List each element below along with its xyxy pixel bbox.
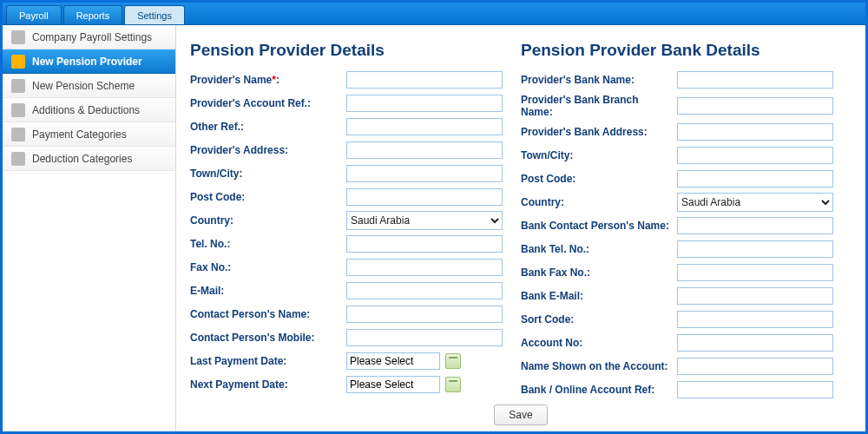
postcode-input[interactable] bbox=[346, 188, 503, 206]
account-ref-input[interactable] bbox=[346, 95, 503, 112]
label-email: E-Mail: bbox=[190, 285, 346, 297]
sidebar-item-label: New Pension Provider bbox=[32, 56, 142, 68]
label-fax: Fax No.: bbox=[190, 261, 346, 273]
label-country: Country: bbox=[190, 214, 346, 227]
sidebar-item-label: New Pension Scheme bbox=[32, 80, 135, 92]
label-provider-address: Provider's Address: bbox=[190, 144, 346, 156]
label-bank-country: Country: bbox=[521, 196, 677, 208]
heading-bank-details: Pension Provider Bank Details bbox=[521, 41, 838, 60]
label-bank-tel: Bank Tel. No.: bbox=[521, 243, 677, 255]
form-columns: Pension Provider Details Provider's Name… bbox=[190, 36, 852, 427]
additions-icon bbox=[11, 103, 25, 117]
label-bank-contact-name: Bank Contact Person's Name: bbox=[521, 220, 677, 232]
account-no-input[interactable] bbox=[677, 334, 833, 352]
sidebar-item-payment-categories[interactable]: Payment Categories bbox=[3, 122, 175, 147]
bank-postcode-input[interactable] bbox=[677, 170, 833, 187]
tel-input[interactable] bbox=[346, 235, 503, 253]
provider-icon bbox=[11, 55, 25, 69]
label-town: Town/City: bbox=[190, 168, 346, 180]
label-bank-email: Bank E-Mail: bbox=[521, 290, 677, 302]
branch-name-input[interactable] bbox=[677, 97, 833, 115]
label-next-payment: Next Payment Date: bbox=[190, 378, 346, 391]
app-window: Payroll Reports Settings Company Payroll… bbox=[0, 0, 868, 434]
other-ref-input[interactable] bbox=[346, 118, 503, 135]
sidebar-item-label: Additions & Deductions bbox=[32, 104, 140, 116]
bank-country-select[interactable]: Saudi Arabia bbox=[677, 193, 833, 212]
bank-email-input[interactable] bbox=[677, 287, 833, 305]
online-ref-input[interactable] bbox=[677, 381, 833, 398]
main-content: Pension Provider Details Provider's Name… bbox=[176, 25, 865, 431]
col-bank-details: Pension Provider Bank Details Provider's… bbox=[521, 36, 852, 427]
label-account-ref: Provider's Account Ref.: bbox=[190, 97, 346, 109]
sidebar: Company Payroll Settings New Pension Pro… bbox=[3, 25, 176, 431]
label-bank-address: Provider's Bank Address: bbox=[521, 126, 677, 138]
bank-name-input[interactable] bbox=[677, 71, 833, 89]
label-bank-name: Provider's Bank Name: bbox=[521, 74, 677, 86]
contact-name-input[interactable] bbox=[346, 306, 503, 323]
tab-settings[interactable]: Settings bbox=[124, 5, 185, 24]
label-last-payment: Last Payment Date: bbox=[190, 355, 346, 367]
country-select[interactable]: Saudi Arabia bbox=[346, 211, 503, 230]
col-provider-details: Pension Provider Details Provider's Name… bbox=[190, 36, 521, 427]
payment-icon bbox=[11, 128, 25, 141]
next-payment-date-input[interactable] bbox=[346, 376, 440, 393]
heading-provider-details: Pension Provider Details bbox=[190, 41, 507, 60]
deduction-icon bbox=[11, 152, 25, 166]
bank-tel-input[interactable] bbox=[677, 240, 833, 258]
label-bank-postcode: Post Code: bbox=[521, 173, 677, 185]
bank-town-input[interactable] bbox=[677, 147, 833, 164]
label-account-no: Account No: bbox=[521, 337, 677, 349]
sidebar-item-company-payroll-settings[interactable]: Company Payroll Settings bbox=[3, 25, 175, 49]
fax-input[interactable] bbox=[346, 259, 503, 276]
bank-fax-input[interactable] bbox=[677, 264, 833, 281]
save-button[interactable]: Save bbox=[494, 404, 547, 425]
label-provider-name: Provider's Name bbox=[190, 74, 272, 86]
tab-payroll[interactable]: Payroll bbox=[6, 5, 62, 24]
label-online-ref: Bank / Online Account Ref: bbox=[521, 384, 677, 396]
footer: Save bbox=[176, 398, 865, 431]
name-on-account-input[interactable] bbox=[677, 358, 833, 375]
calendar-icon[interactable] bbox=[445, 377, 461, 392]
calendar-icon[interactable] bbox=[445, 353, 461, 369]
sidebar-item-label: Deduction Categories bbox=[32, 153, 132, 165]
provider-name-input[interactable] bbox=[346, 71, 503, 89]
label-name-on-account: Name Shown on the Account: bbox=[521, 360, 677, 372]
label-postcode: Post Code: bbox=[190, 191, 346, 203]
tab-reports[interactable]: Reports bbox=[63, 5, 123, 24]
label-contact-mobile: Contact Person's Mobile: bbox=[190, 332, 346, 344]
label-bank-town: Town/City: bbox=[521, 149, 677, 161]
last-payment-date-input[interactable] bbox=[346, 352, 440, 370]
sidebar-item-label: Payment Categories bbox=[32, 128, 127, 141]
sidebar-item-new-pension-provider[interactable]: New Pension Provider bbox=[3, 49, 175, 74]
town-input[interactable] bbox=[346, 165, 503, 182]
settings-icon bbox=[11, 30, 25, 44]
top-tabs: Payroll Reports Settings bbox=[3, 3, 865, 25]
sidebar-item-additions-deductions[interactable]: Additions & Deductions bbox=[3, 98, 175, 122]
label-sort-code: Sort Code: bbox=[521, 313, 677, 326]
label-branch-name: Provider's Bank Branch Name: bbox=[521, 94, 677, 118]
provider-address-input[interactable] bbox=[346, 141, 503, 159]
email-input[interactable] bbox=[346, 282, 503, 299]
scheme-icon bbox=[11, 79, 25, 93]
body: Company Payroll Settings New Pension Pro… bbox=[3, 25, 865, 431]
sidebar-item-new-pension-scheme[interactable]: New Pension Scheme bbox=[3, 74, 175, 98]
bank-contact-name-input[interactable] bbox=[677, 217, 833, 234]
label-contact-name: Contact Person's Name: bbox=[190, 308, 346, 320]
label-other-ref: Other Ref.: bbox=[190, 121, 346, 133]
sidebar-item-deduction-categories[interactable]: Deduction Categories bbox=[3, 147, 175, 171]
sort-code-input[interactable] bbox=[677, 311, 833, 328]
label-tel: Tel. No.: bbox=[190, 238, 346, 250]
contact-mobile-input[interactable] bbox=[346, 329, 503, 346]
bank-address-input[interactable] bbox=[677, 123, 833, 141]
required-mark: * bbox=[272, 74, 276, 86]
row-provider-name: Provider's Name*: bbox=[190, 70, 507, 89]
sidebar-item-label: Company Payroll Settings bbox=[32, 31, 152, 43]
label-bank-fax: Bank Fax No.: bbox=[521, 266, 677, 279]
